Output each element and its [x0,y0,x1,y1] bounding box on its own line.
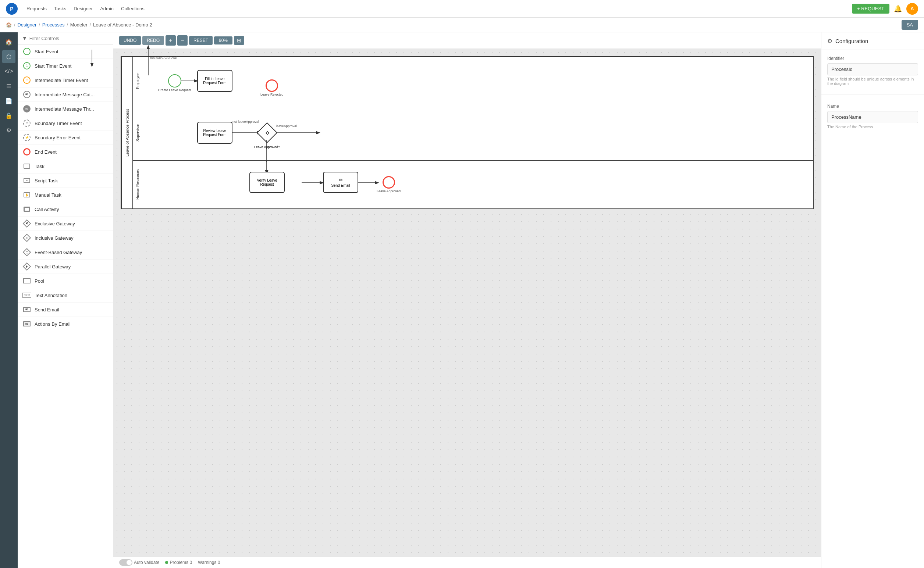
config-title: Configuration [835,38,868,44]
start-event-label: Create Leave Request [158,88,191,92]
leave-approved-el[interactable]: Leave Approved [377,176,401,193]
auto-validate-toggle[interactable] [119,559,132,566]
filter-input[interactable] [29,36,109,41]
event-gw-label: Event-Based Gateway [35,249,82,255]
control-parallel-gw[interactable]: + Parallel Gateway [18,260,113,274]
problems-dot [165,561,168,564]
control-start-event[interactable]: Start Event [18,44,113,59]
control-int-msg-catch[interactable]: ✉ Intermediate Message Cat... [18,88,113,102]
sidebar-code[interactable]: </> [2,65,15,78]
reset-button[interactable]: RESET [189,36,213,45]
control-call-activity[interactable]: Call Activity [18,202,113,216]
control-boundary-timer[interactable]: ⏱ Boundary Timer Event [18,116,113,130]
breadcrumb-designer[interactable]: Designer [17,22,36,27]
zoom-out-button[interactable]: − [177,35,188,45]
avatar[interactable]: A [906,3,918,15]
nav-admin[interactable]: Admin [100,6,113,11]
zoom-in-button[interactable]: + [166,35,176,45]
actions-email-icon: ✉ [23,321,30,326]
leave-rejected-label: Leave Rejected [260,93,284,96]
sidebar-settings[interactable]: ⚙ [2,124,15,137]
control-actions-email[interactable]: ✉ Actions By Email [18,317,113,331]
event-gw-icon: ⬡ [23,248,31,257]
end-event-icon [23,148,30,156]
breadcrumb-modeler: Modeler [70,22,88,27]
control-script-task[interactable]: ≡ Script Task [18,174,113,188]
identifier-input[interactable] [827,63,918,76]
pool-label: Leave of Absence Process [121,57,132,208]
review-form-box: Review Leave Request Form [197,122,233,144]
send-email-label: Send Email [35,307,59,313]
leave-rejected-el[interactable]: Leave Rejected [260,79,284,96]
identifier-label: Identifier [827,56,918,61]
status-bar: Auto validate Problems 0 Warnings 0 [113,556,821,568]
start-event-el[interactable]: Create Leave Request [158,74,191,92]
sidebar-list[interactable]: ☰ [2,79,15,93]
lane-supervisor-content: Leave Rejected not leaveApproval Review … [143,105,813,160]
breadcrumb-home[interactable]: 🏠 [6,22,12,27]
control-manual-task[interactable]: ✋ Manual Task [18,188,113,202]
request-button[interactable]: + REQUEST [852,4,889,14]
sidebar-lock[interactable]: 🔒 [2,109,15,122]
sidebar-processes[interactable]: ⬡ [2,50,15,63]
redo-button[interactable]: REDO [142,36,164,45]
control-int-timer[interactable]: ⏱ Intermediate Timer Event [18,73,113,88]
right-panel: ⚙ Configuration Identifier The id field … [821,32,924,568]
nav-collections[interactable]: Collections [121,6,145,11]
name-input[interactable] [827,111,918,123]
control-end-event[interactable]: End Event [18,145,113,159]
nav-tasks[interactable]: Tasks [54,6,66,11]
nav-designer[interactable]: Designer [74,6,93,11]
lane-hr-content: Verify Leave Request ✉ Send Email [143,161,813,208]
undo-button[interactable]: UNDO [119,36,141,45]
boundary-timer-label: Boundary Timer Event [35,121,82,126]
leave-approved-circle [383,176,395,189]
panel-header: ⚙ Configuration [821,32,924,50]
int-timer-icon: ⏱ [23,77,30,84]
gateway-marker: ◇ [266,130,269,135]
breadcrumb-processes[interactable]: Processes [42,22,65,27]
control-exclusive-gw[interactable]: ✕ Exclusive Gateway [18,216,113,231]
breadcrumb-process-name: Leave of Absence - Demo 2 [93,22,152,27]
lane-employee-content: Create Leave Request Fill in Leave Reque… [143,57,813,105]
save-button[interactable]: SA [901,20,918,30]
control-inclusive-gw[interactable]: ○ Inclusive Gateway [18,231,113,245]
control-pool[interactable]: Pool [18,274,113,288]
sidebar-home[interactable]: 🏠 [2,35,15,48]
fill-form-task[interactable]: Fill in Leave Request Form [197,70,233,92]
breadcrumb-bar: 🏠 / Designer / Processes / Modeler / Lea… [0,18,924,32]
nav-requests[interactable]: Requests [26,6,47,11]
sidebar-docs[interactable]: 📄 [2,94,15,107]
int-msg-catch-label: Intermediate Message Cat... [35,92,95,97]
manual-task-icon: ✋ [24,192,30,198]
nav-logo: P [6,3,18,15]
fit-button[interactable]: ⊞ [234,36,244,45]
send-email-box: ✉ Send Email [323,172,358,193]
task-icon [24,163,30,169]
control-int-msg-throw[interactable]: ✉ Intermediate Message Thr... [18,102,113,116]
control-event-gw[interactable]: ⬡ Event-Based Gateway [18,245,113,260]
end-event-label: End Event [35,149,57,155]
filter-bar: ▼ [18,32,113,44]
inclusive-gw-icon: ○ [23,234,31,242]
review-form-task[interactable]: Review Leave Request Form [197,122,233,144]
gateway-el[interactable]: ◇ Leave Approved? [260,125,274,140]
control-task[interactable]: Task [18,159,113,174]
send-email-task[interactable]: ✉ Send Email [323,172,358,193]
verify-request-task[interactable]: Verify Leave Request [250,172,285,193]
int-timer-label: Intermediate Timer Event [35,77,88,83]
pool-icon [23,278,30,284]
toolbar: UNDO REDO + − RESET 90% ⊞ [113,32,821,49]
control-start-timer[interactable]: ⏱ Start Timer Event [18,59,113,73]
control-text-annot[interactable]: Text Text Annotation [18,288,113,302]
icon-sidebar: 🏠 ⬡ </> ☰ 📄 🔒 ⚙ [0,32,18,568]
script-task-label: Script Task [35,178,58,183]
bell-icon[interactable]: 🔔 [894,5,902,13]
leave-rejected-circle [266,79,278,92]
nav-links: Requests Tasks Designer Admin Collection… [26,6,843,11]
zoom-display: 90% [214,36,233,44]
control-send-email[interactable]: ✉ Send Email [18,302,113,317]
control-boundary-error[interactable]: ⚡ Boundary Error Event [18,130,113,145]
canvas-area: UNDO REDO + − RESET 90% ⊞ Leave of Absen… [113,32,821,568]
canvas-content[interactable]: Leave of Absence Process Employee [113,49,821,556]
